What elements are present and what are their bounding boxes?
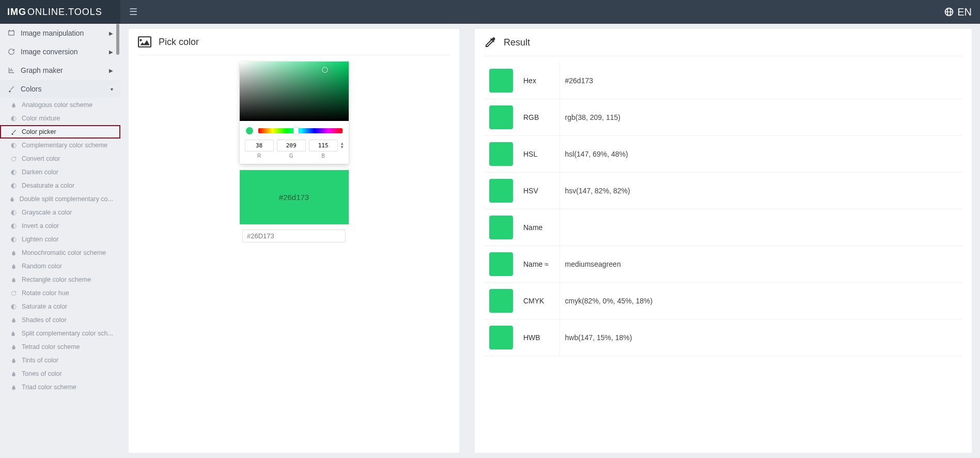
sidebar-sub-item[interactable]: Complementary color scheme — [0, 139, 120, 152]
sub-item-label: Invert a color — [22, 222, 59, 230]
result-row: Name ≈mediumseagreen — [484, 246, 962, 283]
chevron-down-icon: ▼ — [341, 145, 344, 149]
sidebar-sub-item[interactable]: Triad color scheme — [0, 380, 120, 394]
caret-right-icon: ▶ — [109, 49, 113, 55]
half-icon — [9, 143, 18, 148]
sidebar-sub-item[interactable]: Rotate color hue — [0, 286, 120, 300]
r-input[interactable] — [245, 140, 274, 151]
hex-input[interactable] — [242, 230, 346, 242]
result-row: HSVhsv(147, 82%, 82%) — [484, 173, 962, 209]
sub-item-label: Tones of color — [22, 370, 62, 377]
saturation-field[interactable] — [240, 62, 349, 121]
crop-icon — [7, 29, 15, 37]
swatch-hex-label: #26d173 — [279, 193, 309, 202]
result-row: RGBrgb(38, 209, 115) — [484, 99, 962, 136]
b-label: B — [321, 153, 325, 159]
color-swatch — [489, 289, 513, 313]
scrollbar-thumb[interactable] — [116, 24, 119, 55]
nav-graph-maker[interactable]: Graph maker ▶ — [0, 61, 120, 80]
result-row: HWBhwb(147, 15%, 18%) — [484, 319, 962, 356]
sidebar-sub-item[interactable]: Double split complementary co... — [0, 192, 120, 206]
drop-icon — [9, 250, 18, 256]
sub-item-label: Triad color scheme — [22, 384, 76, 391]
sub-item-label: Complementary color scheme — [22, 142, 107, 149]
menu-toggle-button[interactable]: ☰ — [120, 0, 146, 24]
pick-color-card: Pick color R — [129, 29, 459, 453]
sub-item-label: Tetrad color scheme — [22, 343, 80, 350]
half-icon — [9, 304, 18, 310]
sub-item-label: Rotate color hue — [22, 289, 69, 297]
sidebar-sub-item[interactable]: Rectangle color scheme — [0, 273, 120, 286]
drop-icon — [9, 358, 18, 363]
sidebar-sub-item[interactable]: Lighten color — [0, 233, 120, 246]
main-content: Pick color R — [120, 24, 980, 458]
sidebar-sub-item[interactable]: Saturate a color — [0, 300, 120, 313]
result-row: HSLhsl(147, 69%, 48%) — [484, 136, 962, 173]
g-input[interactable] — [277, 140, 306, 151]
refresh-icon — [7, 48, 15, 55]
sub-item-label: Darken color — [22, 169, 58, 176]
sidebar-sub-item[interactable]: Shades of color — [0, 313, 120, 327]
color-mode-toggle[interactable]: ▲ ▼ — [341, 140, 344, 149]
row-label: Name ≈ — [518, 246, 559, 283]
sidebar-sub-item[interactable]: Convert color — [0, 152, 120, 165]
drop-icon — [9, 277, 18, 283]
half-icon — [9, 183, 18, 189]
hue-slider-track[interactable] — [258, 128, 343, 133]
language-selector[interactable]: EN — [944, 6, 980, 18]
language-label: EN — [957, 6, 972, 18]
half-icon — [9, 170, 18, 175]
result-row: Name — [484, 209, 962, 246]
drop-icon — [9, 371, 18, 377]
sidebar-sub-item[interactable]: Invert a color — [0, 219, 120, 233]
half-icon — [9, 210, 18, 216]
sidebar: Image manipulation ▶ Image conversion ▶ … — [0, 24, 120, 458]
drop-icon — [9, 344, 18, 350]
nav-label: Graph maker — [21, 66, 63, 74]
drop-icon — [9, 264, 18, 269]
pick-title-text: Pick color — [159, 37, 199, 48]
sidebar-sub-item[interactable]: Grayscale a color — [0, 206, 120, 219]
result-title-text: Result — [504, 37, 530, 48]
b-input[interactable] — [309, 140, 338, 151]
row-value: hsl(147, 69%, 48%) — [559, 136, 962, 173]
sidebar-sub-item[interactable]: Tints of color — [0, 354, 120, 367]
nav-image-manipulation[interactable]: Image manipulation ▶ — [0, 24, 120, 42]
sub-item-label: Split complementary color sch... — [22, 330, 113, 337]
current-color-dot — [246, 127, 253, 134]
sidebar-sub-item[interactable]: Monochromatic color scheme — [0, 246, 120, 259]
row-label: HSV — [518, 173, 559, 209]
result-row: Hex#26d173 — [484, 63, 962, 99]
sidebar-sub-item[interactable]: Desaturate a color — [0, 179, 120, 192]
sidebar-sub-item[interactable]: Tones of color — [0, 367, 120, 380]
sidebar-sub-item[interactable]: Tetrad color scheme — [0, 340, 120, 354]
color-swatch — [489, 216, 513, 239]
hue-slider-thumb[interactable] — [293, 127, 299, 134]
sub-item-label: Rectangle color scheme — [22, 276, 91, 283]
drop-icon — [9, 317, 18, 323]
row-value — [559, 209, 962, 246]
logo[interactable]: IMGONLINE.TOOLS — [0, 0, 120, 24]
caret-right-icon: ▶ — [109, 68, 113, 73]
sub-item-label: Convert color — [22, 155, 60, 162]
color-swatch — [489, 326, 513, 349]
sidebar-sub-item[interactable]: Analogous color scheme — [0, 98, 120, 112]
sidebar-sub-item[interactable]: Color mixture — [0, 112, 120, 125]
sidebar-sub-item[interactable]: Color picker — [0, 125, 120, 139]
sidebar-sub-item[interactable]: Darken color — [0, 165, 120, 179]
sidebar-sub-item[interactable]: Split complementary color sch... — [0, 327, 120, 340]
nav-colors[interactable]: Colors ▾ — [0, 80, 120, 98]
half-icon — [9, 223, 18, 229]
brush-icon — [9, 129, 18, 135]
color-swatch — [489, 252, 513, 276]
chart-icon — [7, 67, 15, 74]
saturation-pointer[interactable] — [322, 67, 328, 73]
sub-item-label: Color picker — [22, 128, 56, 135]
sub-item-label: Double split complementary co... — [20, 195, 113, 203]
refresh-icon — [9, 291, 18, 296]
nav-image-conversion[interactable]: Image conversion ▶ — [0, 42, 120, 61]
drop-icon — [9, 331, 18, 337]
sidebar-sub-item[interactable]: Random color — [0, 259, 120, 273]
refresh-icon — [9, 156, 18, 162]
logo-bold: IMG — [7, 7, 26, 18]
